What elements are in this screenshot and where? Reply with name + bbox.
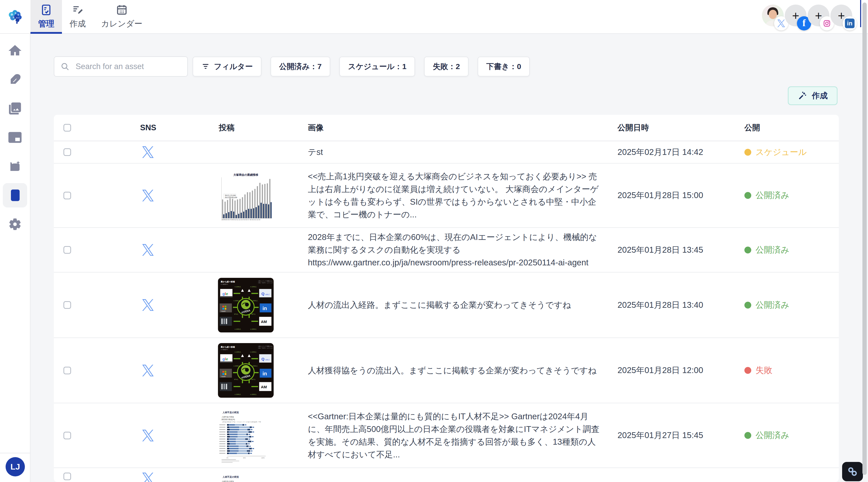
chip-scheduled[interactable]: スケジュール：1 [339,57,415,77]
svg-text:出典)「音楽作り」まりこより: 出典)「音楽作り」まりこより [258,348,273,349]
row-checkbox[interactable] [63,192,71,199]
status-label: 公開済み [755,190,789,201]
chip-draft[interactable]: 下書き：0 [478,57,530,77]
post-text[interactable]: 人材獲得協をうの流出入。まずここに掲載する企業が変わってきそうですね [300,364,596,377]
sidebar-item-write[interactable] [3,67,27,92]
stacked-bar-chart-thumbnail[interactable]: 人材不足の状況 人材不足の状況 回答者の割合(%) ■不足が深刻 ■やや不足・ス… [217,473,275,482]
tab-calendar[interactable]: カレンダー [93,0,150,34]
nvidia-diagram-thumbnail[interactable]: 業から続々移籍 の入材流出入 企業ランキングで掲載されが 出典)「音楽作り」まり… [217,343,275,398]
post-text[interactable]: テst [300,146,323,158]
create-button[interactable]: 作成 [788,86,838,105]
row-checkbox[interactable] [63,432,71,439]
bar-chart-thumbnail[interactable]: 大塚商会の業績推移 連結売上高(左軸) 連結営業利益(右軸) 2004年05 0… [217,171,275,220]
table-row: 大塚商会の業績推移 連結売上高(左軸) 連結営業利益(右軸) 2004年05 0… [54,338,839,403]
svg-text:674人: 674人 [234,313,238,314]
user-initials-avatar[interactable]: LJ [6,457,25,476]
column-post: 投稿 [211,122,300,133]
chip-published[interactable]: 公開済み：7 [271,57,330,77]
column-image: 画像 [300,122,609,133]
header-edge-accent [860,0,861,27]
x-twitter-icon [142,190,154,201]
chip-failed[interactable]: 失敗：2 [424,57,468,77]
chip-scheduled-label: スケジュール：1 [348,61,406,72]
x-twitter-icon [142,244,154,256]
post-text[interactable]: <<売上高1兆円突破を迎える大塚商会のビジネスを知っておく必要あり>> 売上は右… [300,170,601,221]
svg-text:n.1000人: n.1000人 [235,328,241,330]
status-cell: 公開済み [736,403,839,468]
table-row: 大塚商会の業績推移 連結売上高(左軸) 連結営業利益(右軸) 2004年05 0… [54,272,839,338]
row-checkbox[interactable] [63,301,71,309]
link-floating-button[interactable] [842,462,863,481]
connected-accounts: + f + + in [761,5,852,26]
account-add-instagram[interactable]: + [808,5,830,26]
tab-calendar-label: カレンダー [101,18,143,29]
create-button-label: 作成 [812,90,828,101]
search-icon [60,62,69,71]
sidebar-item-library[interactable] [3,154,27,179]
publish-datetime: 2025年01月28日 12:00 [609,365,703,376]
sidebar-item-media[interactable] [3,96,27,121]
svg-text:rosoft: rosoft [221,375,226,378]
status-dot [744,432,751,439]
filter-button[interactable]: フィルター [193,57,261,77]
svg-text:n.1000人: n.1000人 [250,393,257,395]
row-checkbox[interactable] [63,148,71,156]
filter-label: フィルター [214,61,253,72]
search-input[interactable] [54,56,188,77]
svg-text:の入材流出入: の入材流出入 [221,283,228,285]
svg-text:n.1200人: n.1200人 [235,286,241,288]
status-label: 公開済み [755,244,789,256]
asset-search [54,56,188,77]
table-row: 大塚商会の業績推移 連結売上高(左軸) 連結営業利益(右軸) 2004年05 0… [54,163,839,228]
svg-text:in: in [262,371,267,376]
sidebar: LJ [0,34,30,482]
column-sns: SNS [127,123,211,132]
calendar-icon [116,4,128,16]
account-x[interactable] [762,5,784,26]
svg-text:業から続々移籍: 業から続々移籍 [221,346,235,348]
filter-icon [201,62,210,71]
table-header: SNS 投稿 画像 公開日時 公開 [54,115,839,141]
row-checkbox[interactable] [63,246,71,254]
home-icon [8,44,22,57]
svg-text:in: in [262,305,267,311]
post-text[interactable]: 人材の流出入経路。まずここに掲載する企業が変わってきそうですね [300,299,571,311]
svg-text:674人: 674人 [234,379,238,380]
account-add-facebook[interactable]: + f [785,5,807,26]
sidebar-item-layout[interactable] [3,125,27,150]
svg-text:人材不足の状況: 人材不足の状況 [222,416,234,418]
tab-create[interactable]: 作成 [62,0,93,34]
row-checkbox[interactable] [63,473,71,480]
status-dot [744,302,751,308]
device-chat-icon [8,188,22,202]
brain-logo-icon [7,9,24,25]
status-cell: 公開済み [736,272,839,337]
account-add-linkedin[interactable]: + in [831,5,852,26]
svg-text:Q: Q [261,357,265,361]
column-publish-datetime: 公開日時 [609,122,736,133]
nvidia-diagram-thumbnail[interactable]: 業から続々移籍 の入材流出入 企業ランキングで掲載されが 出典)「音楽作り」まり… [217,278,275,332]
publish-datetime: 2025年01月28日 15:00 [609,190,703,201]
stacked-bar-chart-thumbnail[interactable]: 人材不足の状況 人材不足の状況 回答者の割合(%) ■不足が深刻 ■やや不足・ス… [217,408,275,463]
svg-text:n.1200人: n.1200人 [250,351,257,353]
x-twitter-icon [142,299,154,311]
select-all-checkbox[interactable] [63,124,71,131]
thumbnail-cell: 大塚商会の業績推移 連結売上高(左軸) 連結営業利益(右軸) 2004年05 0… [211,272,300,337]
post-text[interactable]: <<Gartner:日本企業は量的にも質的にもIT人材不足>> Gartnerは… [300,410,601,461]
vertical-scrollbar[interactable] [862,3,867,475]
thumbnail-cell: 大塚商会の業績推移 連結売上高(左軸) 連結営業利益(右軸) 2004年05 0… [211,163,300,227]
publish-datetime: 2025年01月28日 13:40 [609,299,703,311]
tab-manage[interactable]: 管理 [30,0,62,34]
browser-panel-icon [8,130,22,144]
sidebar-item-posts[interactable] [3,183,27,208]
app-logo[interactable] [0,0,30,34]
sidebar-item-home[interactable] [3,38,27,63]
photo-library-icon [8,101,22,115]
status-label: 公開済み [755,299,789,311]
row-checkbox[interactable] [63,367,71,374]
status-dot [744,149,751,156]
svg-text:607人: 607人 [251,313,255,314]
post-text[interactable]: 2028年までに、日本企業の60%は、現在のAIエージェントにより、機械的な業務… [300,231,601,269]
sidebar-item-settings[interactable] [3,212,27,236]
sidebar-divider [0,453,30,453]
